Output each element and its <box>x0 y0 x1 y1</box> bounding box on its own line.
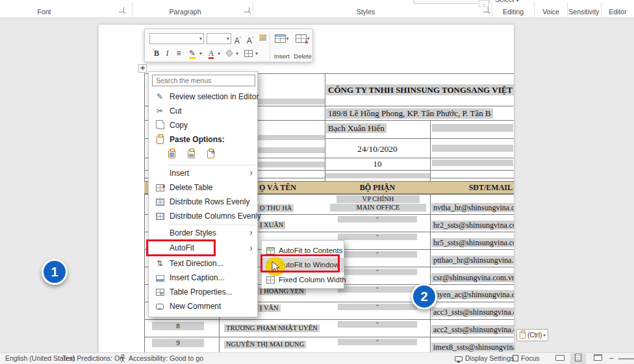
name-cell: Ọ THU HÀ <box>258 204 294 212</box>
header-dept: BỘ PHẬN <box>325 183 430 193</box>
chevron-down-icon[interactable]: ▾ <box>198 48 203 59</box>
delete-table-button[interactable]: ▾ Delete <box>293 31 312 61</box>
email-cell: csr@shinsungvina.com.vn <box>431 273 514 282</box>
font-color-icon[interactable]: A <box>206 48 216 59</box>
row-number-cell: 8 <box>152 322 204 330</box>
email-cell: hr5_ssts@shinsungvina.co <box>431 238 514 247</box>
text-predictions-status[interactable]: Text Predictions: On <box>62 353 123 364</box>
group-divider <box>492 2 492 17</box>
font-size-combo[interactable]: ▾ <box>207 33 231 44</box>
dept-cell: " <box>338 251 417 258</box>
delete-label: Delete <box>293 53 312 60</box>
selection-highlight <box>325 173 430 178</box>
selection-highlight <box>258 135 325 140</box>
chevron-down-icon: ▾ <box>543 333 546 338</box>
shrink-font-icon[interactable]: Aˇ <box>244 33 256 44</box>
group-label-font: Font <box>15 8 73 16</box>
chevron-down-icon[interactable]: ▾ <box>254 48 259 59</box>
email-cell: ptthao_hr@shinsungvina.c <box>431 256 514 265</box>
paste-keep-table-icon[interactable] <box>166 147 177 161</box>
insert-table-button[interactable]: ▾ Insert <box>272 31 292 61</box>
menu-item-review-in-editor[interactable]: ✎ Review selection in Editor <box>149 90 257 104</box>
borders-icon[interactable] <box>242 48 254 59</box>
zoom-slider[interactable] <box>618 358 634 359</box>
paste-text-only-icon[interactable] <box>205 147 216 161</box>
chevron-down-icon[interactable]: ▾ <box>216 48 222 59</box>
chevron-down-icon[interactable]: ▾ <box>235 48 240 59</box>
selection-highlight <box>258 99 325 104</box>
styles-gallery-buttons[interactable]: ⌄ <box>479 0 489 7</box>
paste-merge-table-icon[interactable] <box>185 147 197 161</box>
font-dialog-launcher-icon[interactable] <box>119 7 125 14</box>
group-label-editor: Editor <box>589 8 634 16</box>
ribbon-strip: ⌄ Select ▾ Font Paragraph Styles Editing… <box>0 0 634 18</box>
editor-pen-icon: ✎ <box>154 90 166 104</box>
text-direction-icon: ⇅ <box>154 256 166 271</box>
menu-item-delete-table[interactable]: Delete Table <box>149 180 257 195</box>
count-value: 10 <box>325 159 430 169</box>
search-input[interactable] <box>152 75 255 86</box>
menu-item-border-styles[interactable]: Border Styles › <box>149 226 257 240</box>
menu-item-cut[interactable]: ✂ Cut <box>149 104 257 118</box>
selection-highlight <box>258 162 325 167</box>
shading-icon[interactable] <box>224 48 235 59</box>
accessibility-status[interactable]: Accessibility: Good to go <box>129 353 203 364</box>
step1-highlight-box <box>146 239 216 256</box>
format-painter-icon[interactable] <box>257 33 268 44</box>
menu-item-distribute-rows[interactable]: Distribute Rows Evenly <box>149 195 257 209</box>
print-layout-button[interactable] <box>570 354 586 364</box>
zoom-out-button[interactable]: – <box>609 353 614 364</box>
highlight-color-icon[interactable]: ✎ <box>186 48 198 59</box>
delete-table-icon <box>154 180 166 195</box>
dept-cell: VP CHÍNH <box>336 195 420 203</box>
menu-item-text-direction[interactable]: ⇅ Text Direction... <box>149 256 257 271</box>
menu-item-distribute-cols[interactable]: Distribute Columns Evenly <box>149 209 257 223</box>
distribute-cols-icon <box>154 209 166 223</box>
header-email: SĐT/EMAIL <box>432 183 513 193</box>
read-mode-button[interactable] <box>552 354 568 364</box>
group-label-styles: Styles <box>336 8 395 16</box>
italic-button[interactable]: I <box>163 48 171 59</box>
chevron-down-icon: ▾ <box>227 36 229 42</box>
display-settings-icon <box>455 353 463 364</box>
step2-highlight-box <box>260 254 340 273</box>
clipboard-icon <box>154 132 166 147</box>
read-mode-icon <box>555 355 564 361</box>
menu-item-copy[interactable]: Copy <box>149 118 257 132</box>
styles-dialog-launcher-icon[interactable] <box>483 7 490 14</box>
paragraph-dialog-launcher-icon[interactable] <box>244 7 251 14</box>
header-name: Ọ VÀ TÊN <box>259 183 296 193</box>
email-cell: acc3_ssts@shinsungvina.c <box>431 308 514 317</box>
delete-table-icon <box>296 34 307 43</box>
menu-item-table-properties[interactable]: Table Properties... <box>149 285 257 299</box>
menu-item-insert[interactable]: Insert › <box>149 166 257 180</box>
font-name-combo[interactable]: ▾ <box>149 33 204 44</box>
focus-button[interactable]: Focus <box>521 353 540 364</box>
display-settings-button[interactable]: Display Settings <box>465 353 514 364</box>
name-cell: TRƯƠNG PHẠM NHẬT UYÊN <box>224 324 320 332</box>
table-move-handle-icon[interactable]: ✚ <box>138 64 147 73</box>
table-gridline <box>430 120 431 352</box>
ctrl-label: (Ctrl) <box>527 332 542 339</box>
context-menu: ✎ Review selection in Editor ✂ Cut Copy … <box>148 71 258 317</box>
company-name: CÔNG TY TNHH SHINSUNG TONGSANG VIỆT N <box>326 84 514 95</box>
submenu-chevron-icon: › <box>249 226 253 240</box>
email-cell: thyen_ac@shinsungvina.c <box>431 290 514 299</box>
group-divider <box>253 2 253 17</box>
web-layout-button[interactable] <box>590 354 605 364</box>
chevron-down-icon: ▾ <box>199 36 202 42</box>
comment-icon <box>154 299 166 313</box>
group-divider <box>534 2 535 17</box>
paste-options-button[interactable]: (Ctrl) ▾ <box>516 329 548 341</box>
menu-item-new-comment[interactable]: New Comment <box>149 299 257 313</box>
menu-item-insert-caption[interactable]: Insert Caption... <box>149 271 257 285</box>
select-menu[interactable]: Select ▾ <box>495 0 519 3</box>
insert-table-icon <box>275 34 286 43</box>
grow-font-icon[interactable]: Aˆ <box>232 33 244 44</box>
table-gridline <box>144 337 514 337</box>
table-gridline <box>144 73 145 352</box>
dept-cell: " <box>338 321 417 328</box>
bullets-icon[interactable]: ≡ <box>173 48 184 59</box>
bold-button[interactable]: B <box>151 48 162 59</box>
copy-icon <box>154 118 166 132</box>
